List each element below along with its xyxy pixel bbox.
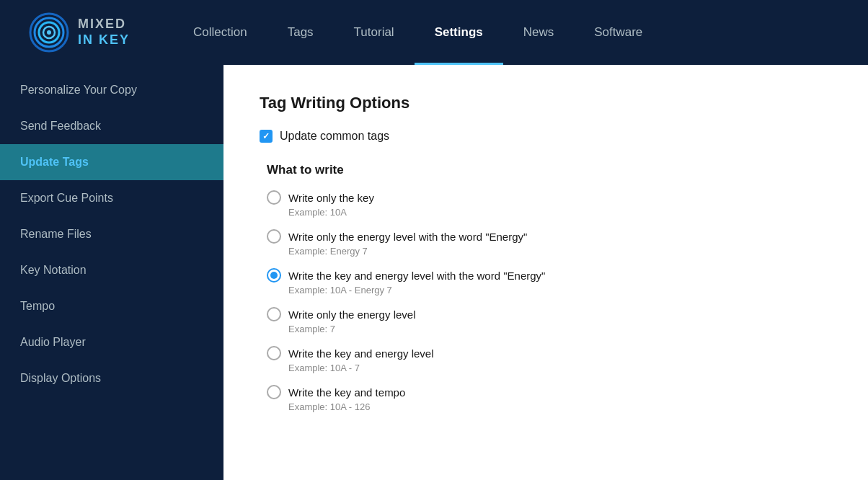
nav-tutorial[interactable]: Tutorial	[334, 0, 415, 65]
nav-news[interactable]: News	[503, 0, 575, 65]
update-tags-label: Update common tags	[280, 130, 389, 143]
logo-text: MIXED IN KEY	[78, 17, 130, 48]
radio-option-1: Write only the energy level with the wor…	[260, 229, 832, 257]
logo-icon	[29, 12, 69, 53]
radio-btn-3[interactable]	[267, 307, 281, 321]
sidebar-item-key-notation[interactable]: Key Notation	[0, 252, 223, 288]
radio-btn-2[interactable]	[267, 268, 281, 283]
sidebar-item-feedback[interactable]: Send Feedback	[0, 108, 223, 144]
radio-label-1: Write only the energy level with the wor…	[288, 231, 527, 243]
radio-example-4: Example: 10A - 7	[267, 363, 832, 373]
what-to-write-title: What to write	[260, 163, 832, 177]
radio-row-3[interactable]: Write only the energy level	[267, 307, 832, 321]
main-nav: Collection Tags Tutorial Settings News S…	[173, 0, 839, 65]
radio-row-5[interactable]: Write the key and tempo	[267, 385, 832, 399]
radio-option-5: Write the key and tempo Example: 10A - 1…	[260, 385, 832, 412]
radio-row-0[interactable]: Write only the key	[267, 190, 832, 205]
update-tags-checkbox[interactable]	[260, 130, 273, 143]
radio-label-5: Write the key and tempo	[288, 386, 405, 399]
sidebar: Personalize Your Copy Send Feedback Upda…	[0, 65, 223, 480]
sidebar-item-personalize[interactable]: Personalize Your Copy	[0, 72, 223, 108]
radio-label-4: Write the key and energy level	[288, 347, 434, 360]
sidebar-item-display-options[interactable]: Display Options	[0, 360, 223, 396]
logo-mixed: MIXED	[78, 17, 130, 32]
sidebar-item-audio-player[interactable]: Audio Player	[0, 324, 223, 360]
logo-inkey: IN KEY	[78, 32, 130, 48]
radio-label-2: Write the key and energy level with the …	[288, 270, 545, 282]
radio-option-0: Write only the key Example: 10A	[260, 190, 832, 218]
nav-software[interactable]: Software	[574, 0, 663, 65]
radio-row-4[interactable]: Write the key and energy level	[267, 346, 832, 360]
radio-btn-1[interactable]	[267, 229, 281, 244]
radio-btn-0[interactable]	[267, 190, 281, 205]
radio-label-3: Write only the energy level	[288, 308, 415, 321]
radio-btn-5[interactable]	[267, 385, 281, 399]
radio-option-2: Write the key and energy level with the …	[260, 268, 832, 295]
nav-tags[interactable]: Tags	[267, 0, 334, 65]
nav-collection[interactable]: Collection	[173, 0, 267, 65]
sidebar-item-update-tags[interactable]: Update Tags	[0, 144, 223, 180]
sidebar-item-rename-files[interactable]: Rename Files	[0, 216, 223, 252]
sidebar-item-tempo[interactable]: Tempo	[0, 288, 223, 324]
radio-example-1: Example: Energy 7	[267, 246, 832, 257]
radio-option-3: Write only the energy level Example: 7	[260, 307, 832, 334]
radio-row-2[interactable]: Write the key and energy level with the …	[267, 268, 832, 283]
radio-example-2: Example: 10A - Energy 7	[267, 285, 832, 295]
radio-option-4: Write the key and energy level Example: …	[260, 346, 832, 373]
logo-area: MIXED IN KEY	[29, 12, 130, 53]
section-title: Tag Writing Options	[260, 94, 832, 112]
radio-row-1[interactable]: Write only the energy level with the wor…	[267, 229, 832, 244]
update-common-tags-row[interactable]: Update common tags	[260, 130, 832, 143]
radio-btn-4[interactable]	[267, 346, 281, 360]
radio-label-0: Write only the key	[288, 192, 374, 204]
svg-point-4	[47, 30, 51, 35]
radio-example-0: Example: 10A	[267, 207, 832, 218]
radio-example-3: Example: 7	[267, 324, 832, 334]
radio-example-5: Example: 10A - 126	[267, 401, 832, 412]
nav-settings[interactable]: Settings	[415, 0, 503, 65]
main-layout: Personalize Your Copy Send Feedback Upda…	[0, 65, 868, 480]
content-area: Tag Writing Options Update common tags W…	[223, 65, 868, 480]
header: MIXED IN KEY Collection Tags Tutorial Se…	[0, 0, 868, 65]
sidebar-item-export-cue[interactable]: Export Cue Points	[0, 180, 223, 216]
